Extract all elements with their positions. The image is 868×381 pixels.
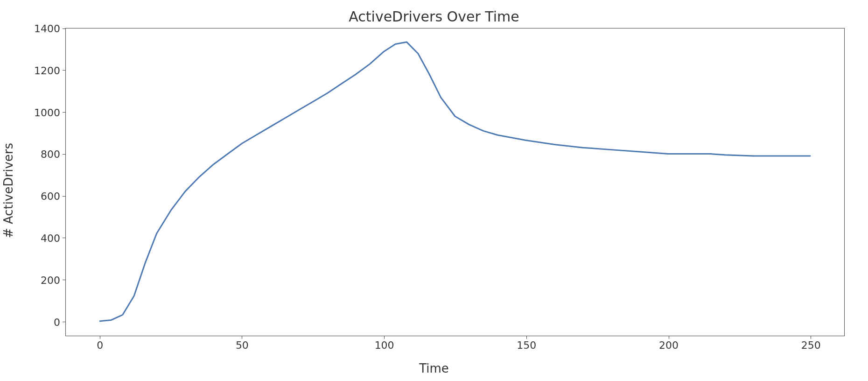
x-tick-label: 0 [97, 339, 103, 351]
chart-container: ActiveDrivers Over Time # ActiveDrivers … [0, 0, 868, 381]
x-tick-mark [526, 336, 527, 339]
x-tick-mark [242, 336, 242, 339]
x-tick-label: 100 [375, 339, 394, 351]
y-tick-label: 0 [54, 316, 60, 328]
x-tick-label: 150 [517, 339, 536, 351]
y-tick-mark [63, 280, 66, 280]
y-tick-label: 400 [41, 232, 60, 244]
y-tick-mark [63, 238, 66, 238]
x-tick-mark [384, 336, 385, 339]
y-tick-label: 200 [41, 274, 60, 286]
chart-title: ActiveDrivers Over Time [0, 8, 868, 25]
y-tick-label: 600 [41, 190, 60, 202]
y-tick-mark [63, 28, 66, 29]
y-axis-label: # ActiveDrivers [1, 143, 15, 238]
y-tick-label: 1200 [34, 64, 60, 76]
x-axis-label: Time [0, 361, 868, 375]
x-tick-mark [669, 336, 669, 339]
y-tick-mark [63, 112, 66, 113]
series-line [100, 42, 810, 321]
y-tick-label: 1000 [34, 106, 60, 118]
x-tick-mark [811, 336, 811, 339]
x-tick-label: 50 [236, 339, 249, 351]
y-tick-mark [63, 196, 66, 197]
y-tick-mark [63, 322, 66, 322]
x-tick-label: 250 [801, 339, 821, 351]
x-tick-mark [100, 336, 100, 339]
x-tick-label: 200 [659, 339, 679, 351]
y-tick-mark [63, 154, 66, 155]
y-tick-label: 800 [41, 148, 60, 160]
y-tick-label: 1400 [34, 23, 60, 35]
plot-svg [66, 28, 844, 336]
plot-area: 0501001502002500200400600800100012001400 [65, 28, 845, 336]
y-tick-mark [63, 70, 66, 71]
